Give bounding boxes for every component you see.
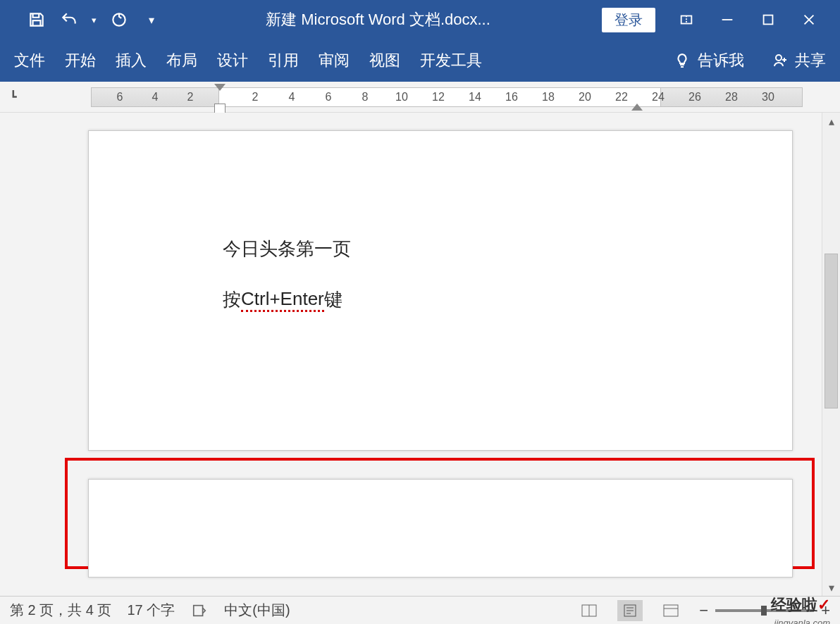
- tab-selector[interactable]: ┗: [3, 87, 24, 108]
- login-button[interactable]: 登录: [602, 8, 655, 32]
- spelling-error-text: Ctrl+Enter: [241, 288, 324, 312]
- share-button[interactable]: 共享: [772, 50, 826, 71]
- print-layout-icon[interactable]: [617, 600, 643, 621]
- maximize-icon[interactable]: [758, 10, 778, 30]
- word-count[interactable]: 17 个字: [127, 601, 175, 620]
- ruler-tick: 4: [152, 91, 159, 104]
- svg-rect-7: [664, 605, 678, 616]
- undo-dropdown-icon[interactable]: ▾: [92, 15, 97, 25]
- spell-check-icon[interactable]: [190, 601, 209, 620]
- paragraph-1[interactable]: 今日头条第一页: [223, 237, 351, 261]
- title-bar-right: 登录: [602, 8, 833, 32]
- ribbon: 文件 开始 插入 布局 设计 引用 审阅 视图 开发工具 告诉我 共享: [0, 39, 840, 82]
- zoom-slider-thumb[interactable]: [761, 606, 767, 616]
- tab-layout[interactable]: 布局: [166, 50, 197, 71]
- document-area: 今日头条第一页 按 Ctrl+Enter 键 ▴ ▾: [0, 113, 840, 596]
- scroll-down-icon[interactable]: ▾: [822, 579, 840, 596]
- title-bar: ▾ ▾ 新建 Microsoft Word 文档.docx... 登录: [0, 0, 840, 39]
- ruler-tick: 28: [725, 91, 738, 104]
- read-mode-icon[interactable]: [576, 600, 602, 621]
- share-label: 共享: [795, 50, 826, 71]
- tab-home[interactable]: 开始: [65, 50, 96, 71]
- zoom-out-button[interactable]: −: [699, 601, 708, 620]
- watermark-sub: jingyanla.com: [774, 618, 831, 624]
- document-title: 新建 Microsoft Word 文档.docx...: [154, 9, 602, 30]
- redo-icon[interactable]: [109, 10, 129, 30]
- quick-access-toolbar: ▾ ▾: [7, 10, 154, 30]
- svg-rect-2: [764, 15, 773, 25]
- page-indicator[interactable]: 第 2 页，共 4 页: [10, 601, 111, 620]
- web-layout-icon[interactable]: [658, 600, 684, 621]
- right-indent-marker[interactable]: [631, 104, 643, 111]
- ruler-tick: 8: [362, 91, 369, 104]
- page-1[interactable]: 今日头条第一页 按 Ctrl+Enter 键: [88, 130, 793, 451]
- ruler-tick: 10: [395, 91, 408, 104]
- tab-file[interactable]: 文件: [14, 50, 45, 71]
- svg-rect-4: [194, 605, 203, 616]
- ruler-tick: 12: [432, 91, 445, 104]
- ruler-tick: 14: [469, 91, 481, 104]
- tab-view[interactable]: 视图: [369, 50, 400, 71]
- minimize-icon[interactable]: [717, 10, 737, 30]
- tell-me[interactable]: 告诉我: [674, 50, 744, 71]
- ruler-tick: 2: [252, 91, 259, 104]
- save-icon[interactable]: [27, 10, 47, 30]
- language-indicator[interactable]: 中文(中国): [224, 601, 290, 620]
- ruler-tick: 20: [579, 91, 591, 104]
- ruler-tick: 26: [688, 91, 701, 104]
- tab-references[interactable]: 引用: [268, 50, 299, 71]
- share-icon: [772, 52, 789, 69]
- scroll-thumb[interactable]: [824, 254, 838, 408]
- page-2[interactable]: [88, 479, 793, 578]
- vertical-scrollbar[interactable]: ▴ ▾: [822, 113, 840, 596]
- lightbulb-icon: [674, 52, 691, 69]
- tab-design[interactable]: 设计: [217, 50, 248, 71]
- qat-customize-icon[interactable]: ▾: [149, 13, 154, 27]
- ruler-tick: 22: [615, 91, 628, 104]
- paragraph-2[interactable]: 按 Ctrl+Enter 键: [223, 287, 342, 312]
- text-run: 按: [223, 287, 241, 312]
- tab-developer[interactable]: 开发工具: [420, 50, 482, 71]
- watermark-text: 经验啦: [771, 596, 817, 613]
- ribbon-display-icon[interactable]: [677, 10, 696, 30]
- tell-me-label: 告诉我: [698, 50, 744, 71]
- close-icon[interactable]: [799, 10, 819, 30]
- ruler-tick: 16: [505, 91, 518, 104]
- ruler-tick: 6: [117, 91, 123, 104]
- ruler-tick: 6: [326, 91, 332, 104]
- ruler-area: ┗ 6 4 2 2 4 6 8 10 12 14 16 18 20 22 24 …: [0, 82, 840, 113]
- status-bar: 第 2 页，共 4 页 17 个字 中文(中国) − +: [0, 596, 840, 624]
- ruler-tick: 24: [652, 91, 665, 104]
- undo-icon[interactable]: [59, 10, 79, 30]
- ruler-tick: 30: [762, 91, 774, 104]
- text-run: 键: [324, 287, 342, 312]
- tab-review[interactable]: 审阅: [319, 50, 350, 71]
- watermark: 经验啦✓: [771, 594, 830, 616]
- tab-insert[interactable]: 插入: [116, 50, 147, 71]
- ruler-tick: 4: [289, 91, 295, 104]
- scroll-up-icon[interactable]: ▴: [822, 113, 840, 130]
- ruler-tick: 2: [187, 91, 194, 104]
- watermark-check-icon: ✓: [817, 596, 830, 613]
- svg-point-3: [776, 55, 782, 61]
- first-line-indent-marker[interactable]: [214, 84, 226, 91]
- left-indent-marker[interactable]: [214, 104, 226, 113]
- horizontal-ruler[interactable]: 6 4 2 2 4 6 8 10 12 14 16 18 20 22 24 26…: [91, 87, 803, 107]
- ruler-tick: 18: [542, 91, 555, 104]
